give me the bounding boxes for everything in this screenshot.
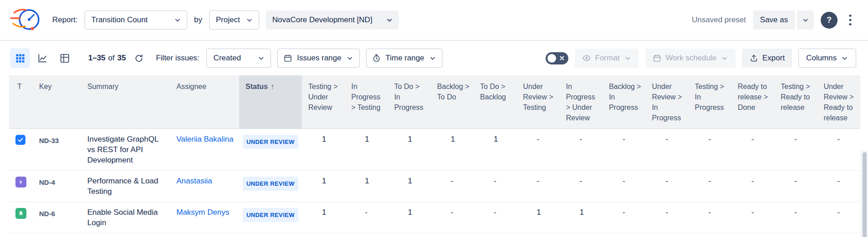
column-header-summary[interactable]: Summary [81,75,170,129]
sort-ascending-icon: ↑ [271,83,274,90]
transition-count-cell: 1 [560,202,602,233]
report-table-area: T Key Summary Assignee Status ↑ Testing … [0,75,868,233]
report-type-select[interactable]: Transition Count [85,10,187,30]
help-button[interactable]: ? [821,12,838,29]
issue-row: ND-6Enable Social Media LoginMaksym Deny… [9,202,860,233]
status-cell: UNDER REVIEW [239,129,302,171]
chart-view-button[interactable] [32,48,52,68]
work-schedule-button[interactable]: Work schedule [645,49,736,68]
columns-button[interactable]: Columns [798,49,856,68]
assignee-link[interactable]: Anastasiia [176,177,212,185]
column-header-transition[interactable]: Under Review > Ready to release [817,75,860,129]
issue-summary[interactable]: Performance & Load Testing [81,171,170,202]
issue-key[interactable]: ND-4 [33,171,81,202]
status-badge: UNDER REVIEW [243,208,298,222]
filter-field-value: Created [213,54,241,63]
column-header-transition[interactable]: To Do > In Progress [388,75,431,129]
chart-view-icon [37,53,48,64]
count-range: 1–35 [88,54,105,63]
save-as-button[interactable]: Save as [753,10,795,30]
assignee-link[interactable]: Maksym Denys [176,208,229,217]
chevron-down-icon [257,54,265,62]
transition-count-cell: - [431,202,473,233]
calendar-icon [283,54,292,63]
transition-count-cell: - [345,202,387,233]
transition-count-cell: - [646,171,688,202]
column-header-transition[interactable]: Testing > In Progress [688,75,731,129]
toggle-off-x-icon [559,55,565,61]
column-header-transition[interactable]: Under Review > Testing [517,75,559,129]
column-header-status[interactable]: Status ↑ [239,75,302,129]
chevron-down-icon [174,16,181,24]
export-button[interactable]: Export [742,49,792,68]
column-header-transition[interactable]: Under Review > In Progress [646,75,688,129]
chevron-down-icon [721,54,728,62]
grid-view-button[interactable] [10,48,30,68]
scrollbar-thumb[interactable] [863,152,867,237]
top-bar: Report: Transition Count by Project Nova… [0,0,868,41]
time-range-button[interactable]: Time range [366,49,442,68]
report-type-value: Transition Count [91,15,148,25]
time-range-icon [372,54,381,63]
transition-count-cell: - [732,171,774,202]
transition-count-cell: 1 [431,129,473,171]
column-header-transition[interactable]: To Do > Backlog [474,75,517,129]
transition-count-cell: - [688,202,731,233]
transition-count-cell: 1 [345,129,387,171]
issue-summary[interactable]: Enable Social Media Login [81,202,170,233]
assignee-link[interactable]: Valeriia Bakalina [176,135,233,143]
assignee-cell: Maksym Denys [170,202,239,233]
column-header-transition[interactable]: Backlog > To Do [431,75,473,129]
eye-icon [582,54,591,63]
issue-type-story-icon [15,208,26,219]
group-by-select[interactable]: Project [209,10,259,30]
issues-range-button[interactable]: Issues range [277,49,359,68]
transition-count-cell: - [817,129,860,171]
issue-key[interactable]: ND-33 [33,129,81,171]
row-checkbox-checked[interactable] [15,135,25,145]
issue-key[interactable]: ND-6 [33,202,81,233]
transition-count-cell: 1 [302,171,345,202]
status-cell: UNDER REVIEW [239,171,302,202]
speedy-clock-logo-icon [10,6,41,34]
transition-count-cell: - [732,129,774,171]
vertical-scrollbar[interactable] [861,151,868,237]
filter-field-select[interactable]: Created [206,49,271,68]
column-header-transition[interactable]: Testing > Ready to release [774,75,817,129]
transition-count-cell: - [774,202,817,233]
issue-summary[interactable]: Investigate GraphQL vs REST for API Deve… [81,129,170,171]
transition-count-cell: 1 [388,129,431,171]
issue-count: 1–35 of 35 [88,54,126,63]
transition-count-cell: - [474,171,517,202]
column-header-transition[interactable]: Ready to release > Done [732,75,774,129]
column-header-transition[interactable]: In Progress > Under Review [560,75,602,129]
project-value: NovaCore Development [ND] [272,15,372,25]
save-as-menu-button[interactable] [797,10,814,30]
display-values-toggle[interactable] [546,52,568,64]
column-header-key[interactable]: Key [33,75,81,129]
transition-count-cell: 1 [388,202,431,233]
column-header-transition[interactable]: Testing > Under Review [302,75,345,129]
status-cell: UNDER REVIEW [239,202,302,233]
view-switcher [10,48,75,68]
transition-count-table: T Key Summary Assignee Status ↑ Testing … [9,75,860,233]
group-by-value: Project [216,15,240,25]
more-menu-button[interactable] [844,11,856,29]
issue-row: ND-33Investigate GraphQL vs REST for API… [9,129,860,171]
transition-count-cell: - [517,129,559,171]
by-label: by [194,15,202,25]
grid-view-icon [15,53,25,64]
project-select[interactable]: NovaCore Development [ND] [266,10,399,30]
app-logo [10,6,41,34]
pivot-view-button[interactable] [55,48,75,68]
transition-count-cell: - [732,202,774,233]
transition-count-cell: - [774,171,817,202]
format-button[interactable]: Format [575,49,639,68]
column-header-assignee[interactable]: Assignee [170,75,239,129]
column-header-type[interactable]: T [9,75,33,129]
refresh-button[interactable] [132,51,146,65]
column-header-transition[interactable]: In Progress > Testing [345,75,387,129]
transition-count-cell: - [688,171,731,202]
transition-count-cell: - [688,129,731,171]
column-header-transition[interactable]: Backlog > In Progress [602,75,645,129]
